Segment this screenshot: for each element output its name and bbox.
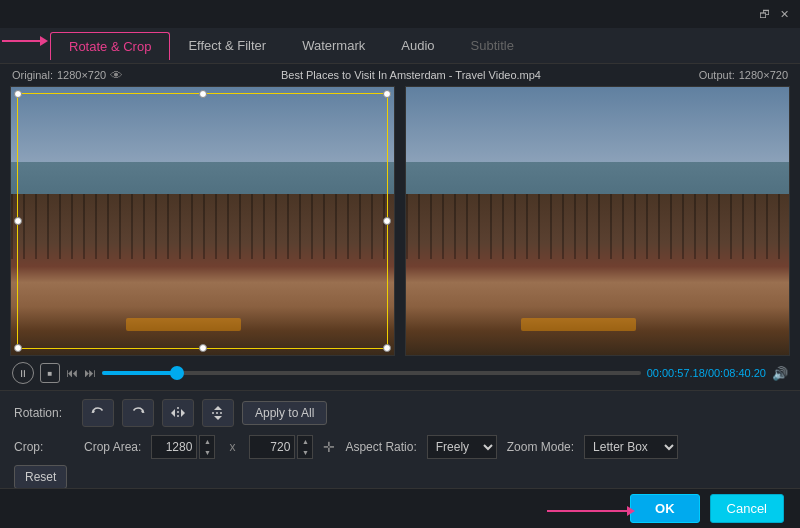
width-decrement-button[interactable]: ▼	[200, 447, 214, 458]
bottom-arrow-line	[547, 510, 627, 512]
building-highlight	[126, 318, 241, 331]
progress-track[interactable]	[102, 371, 641, 375]
restore-button[interactable]: 🗗	[756, 6, 772, 22]
title-bar: 🗗 ✕	[0, 0, 800, 28]
filename: Best Places to Visit In Amsterdam - Trav…	[281, 69, 541, 81]
crop-width-input[interactable]	[151, 435, 197, 459]
right-video-frame	[406, 87, 789, 355]
right-buildings-bg	[406, 194, 789, 355]
play-pause-icon: ⏸	[18, 368, 28, 379]
height-decrement-button[interactable]: ▼	[298, 447, 312, 458]
zoom-mode-label: Zoom Mode:	[507, 440, 574, 454]
height-increment-button[interactable]: ▲	[298, 436, 312, 447]
tabs-bar: Rotate & Crop Effect & Filter Watermark …	[0, 28, 800, 64]
tab-arrow-annotation	[2, 36, 48, 46]
left-video-frame	[11, 87, 394, 355]
buildings-bg	[11, 194, 394, 355]
width-spin-buttons: ▲ ▼	[199, 435, 215, 459]
original-resolution: 1280×720	[57, 69, 106, 81]
svg-marker-6	[214, 406, 222, 410]
svg-marker-3	[171, 409, 175, 417]
crop-width-group: ▲ ▼	[151, 435, 215, 459]
total-time: 00:08:40.20	[708, 367, 766, 379]
tab-subtitle: Subtitle	[453, 32, 532, 59]
ok-button[interactable]: OK	[630, 494, 700, 523]
rotation-row: Rotation:	[14, 399, 786, 427]
tab-audio[interactable]: Audio	[383, 32, 452, 59]
time-display: 00:00:57.18/00:08:40.20	[647, 367, 766, 379]
playback-bar: ⏸ ■ ⏮ ⏭ 00:00:57.18/00:08:40.20 🔊	[0, 356, 800, 390]
rotation-label: Rotation:	[14, 406, 74, 420]
output-resolution: 1280×720	[739, 69, 788, 81]
bottom-bar: OK Cancel	[0, 488, 800, 528]
arrow-line	[2, 40, 40, 42]
rotate-ccw-button[interactable]	[82, 399, 114, 427]
right-video-panel	[405, 86, 790, 356]
preview-panels	[0, 86, 800, 356]
flip-horizontal-button[interactable]	[162, 399, 194, 427]
aspect-ratio-label: Aspect Ratio:	[345, 440, 416, 454]
move-icon[interactable]: ✛	[323, 439, 335, 455]
flip-h-icon	[170, 405, 186, 421]
cancel-button[interactable]: Cancel	[710, 494, 784, 523]
reset-button[interactable]: Reset	[14, 465, 67, 489]
crop-area-label: Crop Area:	[84, 440, 141, 454]
crop-height-input[interactable]	[249, 435, 295, 459]
bottom-arrow-head	[627, 506, 635, 516]
crop-row: Crop: Crop Area: ▲ ▼ x ▲ ▼ ✛ Aspect Rati…	[14, 435, 786, 459]
current-time: 00:00:57.18	[647, 367, 705, 379]
next-frame-button[interactable]: ⏭	[84, 366, 96, 380]
tab-effect-filter[interactable]: Effect & Filter	[170, 32, 284, 59]
bottom-arrow-annotation	[547, 506, 635, 516]
apply-to-all-button[interactable]: Apply to All	[242, 401, 327, 425]
play-pause-button[interactable]: ⏸	[12, 362, 34, 384]
output-label: Output:	[699, 69, 735, 81]
crop-label: Crop:	[14, 440, 74, 454]
flip-v-icon	[210, 405, 226, 421]
svg-marker-4	[181, 409, 185, 417]
progress-fill	[102, 371, 177, 375]
stop-icon: ■	[48, 369, 53, 378]
svg-marker-7	[214, 416, 222, 420]
tab-watermark[interactable]: Watermark	[284, 32, 383, 59]
rotate-cw-icon	[130, 405, 146, 421]
preview-info-bar: Original: 1280×720 👁 Best Places to Visi…	[0, 64, 800, 86]
width-increment-button[interactable]: ▲	[200, 436, 214, 447]
controls-panel: Rotation:	[0, 390, 800, 497]
eye-icon[interactable]: 👁	[110, 68, 123, 83]
zoom-mode-dropdown[interactable]: Letter Box Pan & Scan Full	[584, 435, 678, 459]
volume-icon[interactable]: 🔊	[772, 366, 788, 381]
dimension-separator: x	[229, 440, 235, 454]
right-building-highlight	[521, 318, 636, 331]
tab-rotate-crop[interactable]: Rotate & Crop	[50, 32, 170, 60]
prev-frame-button[interactable]: ⏮	[66, 366, 78, 380]
progress-thumb[interactable]	[170, 366, 184, 380]
crop-height-group: ▲ ▼	[249, 435, 313, 459]
flip-vertical-button[interactable]	[202, 399, 234, 427]
arrow-head	[40, 36, 48, 46]
original-label: Original:	[12, 69, 53, 81]
rotate-cw-button[interactable]	[122, 399, 154, 427]
aspect-ratio-dropdown[interactable]: Freely 16:9 4:3 1:1 9:16	[427, 435, 497, 459]
rotate-ccw-icon	[90, 405, 106, 421]
left-video-panel	[10, 86, 395, 356]
stop-button[interactable]: ■	[40, 363, 60, 383]
close-button[interactable]: ✕	[776, 6, 792, 22]
height-spin-buttons: ▲ ▼	[297, 435, 313, 459]
